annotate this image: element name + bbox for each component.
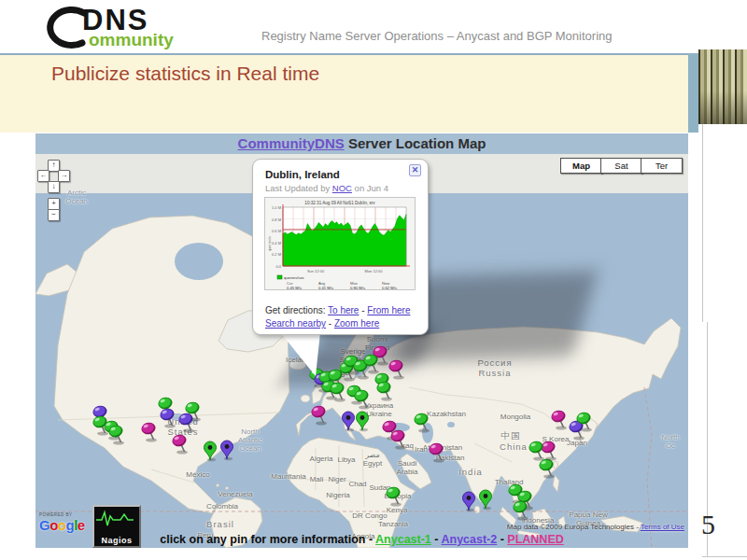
map-pushpin-green[interactable] <box>575 412 594 434</box>
svg-text:10:32 31 Aug 09 All NoS1 D: 10:32 31 Aug 09 All NoS1 Dublin, srv <box>304 201 375 205</box>
map-pushpin-green[interactable] <box>413 413 431 435</box>
map-pushpin-magenta[interactable] <box>550 410 569 432</box>
dublin-info-window: ✕ Dublin, Ireland Last Updated by NOC on… <box>252 159 429 335</box>
banner-edge-strip <box>688 53 698 133</box>
updated-suffix: on Jun 4 <box>352 183 388 193</box>
communitydns-logo: DNS ommunity <box>35 4 232 52</box>
map-marker-green[interactable] <box>355 410 374 432</box>
map-title-rest: Server Location Map <box>345 135 486 151</box>
terms-of-use-link[interactable]: Terms of Use <box>641 523 684 531</box>
map-type-map[interactable]: Map <box>560 158 602 174</box>
page-number: 5 <box>701 509 715 540</box>
svg-text:queries/s: queries/s <box>267 236 272 251</box>
google-letter: g <box>66 517 75 533</box>
map-pushpin-green[interactable] <box>329 382 347 404</box>
map-pushpin-green[interactable] <box>385 486 403 509</box>
svg-text:0.8 M: 0.8 M <box>272 217 281 222</box>
close-icon[interactable]: ✕ <box>409 164 421 176</box>
map-pushpin-green[interactable] <box>353 389 372 412</box>
google-wordmark: Google <box>39 517 85 533</box>
bottom-right-rule <box>702 556 747 557</box>
svg-text:0.4 M: 0.4 M <box>272 241 281 245</box>
nearby-line: Search nearby - Zoom here <box>265 318 379 329</box>
map-marker-green[interactable] <box>203 440 221 462</box>
slide-banner: Publicize statistics in Real time <box>0 53 688 133</box>
svg-text:0.0: 0.0 <box>275 264 281 269</box>
map-pushpin-magenta[interactable] <box>310 405 329 427</box>
google-letter: e <box>78 517 85 533</box>
map-pushpin-green[interactable] <box>512 500 530 523</box>
directions-label: Get directions: <box>265 305 328 315</box>
header: DNS ommunity Registry Name Server Operat… <box>0 0 747 53</box>
logo-community-text: ommunity <box>89 30 174 50</box>
map-pushpin-purple[interactable] <box>159 408 177 430</box>
map-pushpin-green[interactable] <box>107 425 126 447</box>
map-type-ter[interactable]: Ter <box>641 158 683 174</box>
footer-text: click on any pin for more information - <box>160 533 375 546</box>
map-footer-legend: click on any pin for more information - … <box>35 533 688 546</box>
communitydns-link[interactable]: CommunityDNS <box>238 135 345 151</box>
map-pushpin-magenta[interactable] <box>171 434 190 456</box>
map-pushpin-magenta[interactable] <box>428 442 446 465</box>
svg-text:0.45 M/s: 0.45 M/s <box>287 286 302 290</box>
svg-text:0.2 M: 0.2 M <box>272 252 281 257</box>
noc-link[interactable]: NOC <box>332 183 352 193</box>
pan-down-button[interactable]: ↓ <box>48 181 60 193</box>
attribution-text: Map data ©2009 Europa Technologies - <box>507 523 641 531</box>
svg-text:0.41 M/s: 0.41 M/s <box>318 286 333 290</box>
anycast-2-link[interactable]: Anycast-2 <box>441 533 497 546</box>
google-letter: G <box>39 517 49 533</box>
header-subtitle: Registry Name Server Operations – Anycas… <box>261 29 613 43</box>
server-location-map: CommunityDNS Server Location Map <box>35 133 688 548</box>
google-logo[interactable]: POWERED BY Google <box>39 512 85 533</box>
map-attribution: Map data ©2009 Europa Technologies - Ter… <box>507 523 684 531</box>
updated-prefix: Last Updated by <box>265 183 332 193</box>
nagios-heartbeat-icon <box>94 507 135 531</box>
map-pushpin-green[interactable] <box>528 441 546 463</box>
popup-title: Dublin, Ireland <box>265 169 340 180</box>
svg-text:0.80 M/s: 0.80 M/s <box>350 286 365 290</box>
from-here-link[interactable]: From here <box>367 305 410 315</box>
anycast-1-link[interactable]: Anycast-1 <box>375 533 431 546</box>
map-marker-purple[interactable] <box>461 490 480 512</box>
zoom-out-button[interactable]: − <box>48 209 60 221</box>
map-pushpin-green[interactable] <box>375 381 394 403</box>
svg-text:Sun 12:00: Sun 12:00 <box>307 269 325 273</box>
google-letter: o <box>58 517 66 533</box>
pillar-image <box>698 49 747 124</box>
search-nearby-link[interactable]: Search nearby <box>265 318 326 329</box>
pan-right-button[interactable]: → <box>58 170 70 182</box>
map-canvas[interactable]: Arctic OceanIcelandUnited StatesMéxicoNo… <box>35 154 688 548</box>
svg-text:0.62 M/s: 0.62 M/s <box>382 286 397 290</box>
directions-line: Get directions: To here - From here <box>265 305 410 315</box>
planned-link[interactable]: PLANNED <box>507 533 563 546</box>
google-letter: o <box>49 517 58 533</box>
svg-text:queries/sec: queries/sec <box>284 275 305 280</box>
map-pushpin-magenta[interactable] <box>140 422 159 444</box>
map-marker-green[interactable] <box>478 488 497 511</box>
map-type-sat[interactable]: Sat <box>600 158 642 174</box>
map-pushpin-purple[interactable] <box>177 413 196 435</box>
traffic-graph: 10:32 31 Aug 09 All NoS1 Dublin, srv1.0 … <box>264 197 416 290</box>
svg-text:Mon 12:00: Mon 12:00 <box>365 269 384 273</box>
popup-updated-line: Last Updated by NOC on Jun 4 <box>265 183 388 193</box>
svg-text:1.0 M: 1.0 M <box>272 205 281 210</box>
map-title-bar: CommunityDNS Server Location Map <box>35 133 688 155</box>
zoom-here-link[interactable]: Zoom here <box>334 318 379 329</box>
svg-text:0.6 M: 0.6 M <box>272 229 281 233</box>
map-pushpin-magenta[interactable] <box>389 429 408 452</box>
slide-title: Publicize statistics in Real time <box>51 63 319 85</box>
map-marker-purple[interactable] <box>219 439 238 461</box>
right-margin-rule-top <box>702 124 703 322</box>
to-here-link[interactable]: To here <box>328 305 359 315</box>
